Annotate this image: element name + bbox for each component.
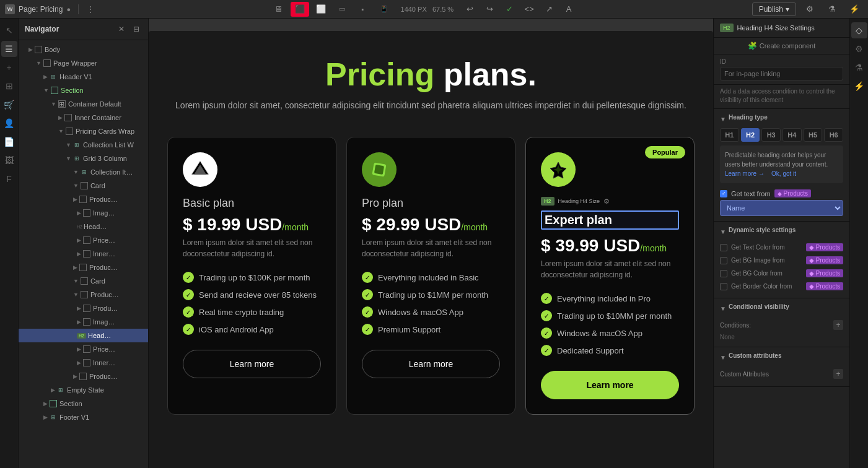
- pages-icon[interactable]: 📄: [1, 134, 17, 150]
- tree-item-produ-2[interactable]: ▶ Produ…: [19, 301, 148, 315]
- expand-nav-icon[interactable]: ⊟: [131, 24, 142, 35]
- h5-btn[interactable]: H5: [804, 128, 823, 142]
- device-tablet-landscape-btn[interactable]: ⬜: [312, 2, 330, 17]
- settings-gear-icon[interactable]: ⚙: [603, 197, 610, 206]
- tree-item-inner-container[interactable]: ▶ Inner Container: [19, 111, 148, 124]
- plan-icon-expert: [541, 152, 576, 187]
- close-nav-icon[interactable]: ✕: [116, 24, 127, 35]
- cms-icon[interactable]: ⊞: [1, 78, 17, 94]
- add-custom-attr-btn[interactable]: +: [833, 369, 843, 379]
- tree-item-collection-list[interactable]: ▼ ⊞ Collection List W: [19, 138, 148, 152]
- analytics-btn[interactable]: ⚗: [823, 2, 841, 17]
- name-select[interactable]: Name: [720, 200, 843, 216]
- share-btn[interactable]: ↗: [540, 2, 558, 17]
- learn-more-btn-expert[interactable]: Learn more: [541, 371, 679, 399]
- tree-item-inner-1[interactable]: ▶ Inner…: [19, 247, 148, 261]
- border-color-checkbox[interactable]: [720, 283, 727, 290]
- learn-more-btn-pro[interactable]: Learn more: [362, 350, 500, 378]
- lightning-btn[interactable]: ⚡: [846, 2, 863, 17]
- device-mobile-btn[interactable]: 📱: [375, 2, 393, 17]
- tree-item-card-2[interactable]: ▼ Card: [19, 274, 148, 288]
- code-btn[interactable]: <>: [520, 2, 538, 17]
- tree-item-footer[interactable]: ▶ ⊞ Footer V1: [19, 410, 148, 424]
- predict-learn-more[interactable]: Learn more →: [725, 170, 765, 177]
- more-options[interactable]: ⋮: [86, 4, 95, 14]
- tree-item-section[interactable]: ▼ Section: [19, 84, 148, 97]
- redo-btn[interactable]: ↪: [481, 2, 498, 17]
- check-icon: ✓: [183, 272, 194, 283]
- device-tablet-small-btn[interactable]: ▪: [354, 2, 372, 17]
- get-text-checkbox[interactable]: [720, 190, 727, 197]
- bg-color-checkbox[interactable]: [720, 270, 727, 277]
- custom-collapse-arrow[interactable]: ▼: [720, 354, 726, 361]
- heading-size-title: Heading H4 Size Settings: [737, 24, 815, 32]
- device-desktop-btn[interactable]: 🖥: [270, 2, 288, 17]
- puzzle-icon: 🧩: [748, 41, 757, 50]
- cond-collapse-arrow[interactable]: ▼: [720, 305, 726, 312]
- lightning-tool-icon[interactable]: ⚡: [851, 78, 867, 94]
- tree-item-header[interactable]: ▶ ⊞ Header V1: [19, 70, 148, 84]
- site-icon: W: [5, 4, 15, 14]
- check-icon: ✓: [183, 324, 194, 335]
- dynamic-collapse-arrow[interactable]: ▼: [720, 228, 726, 235]
- add-elements-icon[interactable]: +: [1, 59, 17, 76]
- tree-item-product-1b[interactable]: ▶ Produc…: [19, 261, 148, 274]
- tree-item-inner-2[interactable]: ▶ Inner…: [19, 356, 148, 370]
- tree-item-page-wrapper[interactable]: ▼ Page Wrapper: [19, 56, 148, 70]
- layers-icon[interactable]: ☰: [1, 41, 17, 57]
- device-monitor-btn[interactable]: ⬛: [291, 2, 309, 17]
- pointer-tool-icon[interactable]: ↖: [1, 22, 17, 38]
- publish-button[interactable]: Publish ▾: [752, 2, 796, 16]
- pricing-subtitle: Lorem ipsum dolor sit amet, consectetur …: [161, 99, 701, 112]
- tree-item-container[interactable]: ▼ ⊞ Container Default: [19, 97, 148, 111]
- ecommerce-icon[interactable]: 🛒: [1, 97, 17, 113]
- settings-btn[interactable]: ⚙: [801, 2, 818, 17]
- create-component-btn[interactable]: 🧩 Create component: [714, 38, 849, 54]
- tree-item-grid[interactable]: ▼ ⊞ Grid 3 Column: [19, 152, 148, 165]
- h6-btn[interactable]: H6: [824, 128, 843, 142]
- users-icon[interactable]: 👤: [1, 115, 17, 131]
- tree-item-price-2[interactable]: ▶ Price…: [19, 342, 148, 356]
- fonts-icon[interactable]: F: [1, 171, 17, 187]
- settings-tool-icon[interactable]: ⚙: [851, 41, 867, 57]
- tree-item-heading-1[interactable]: H2 Head…: [19, 220, 148, 233]
- expert-plan-name-box: Expert plan: [541, 210, 679, 230]
- collapse-arrow[interactable]: ▼: [720, 116, 726, 123]
- tree-item-image-1[interactable]: ▶ Imag…: [19, 206, 148, 220]
- tree-item-collection-it[interactable]: ▼ ⊞ Collection It…: [19, 165, 148, 179]
- undo-btn[interactable]: ↩: [461, 2, 478, 17]
- tree-item-image-2[interactable]: ▶ Imag…: [19, 315, 148, 329]
- h1-btn[interactable]: H1: [720, 128, 739, 142]
- device-tablet-btn[interactable]: ▭: [333, 2, 351, 17]
- navigator-panel: Navigator ✕ ⊟ ▶ Body ▼ Page Wrapper ▶ ⊞ …: [19, 19, 149, 468]
- tree-item-heading-2-selected[interactable]: H2 Head…: [19, 329, 148, 342]
- plan-price-expert: $ 39.99 USD/month: [541, 236, 679, 256]
- id-input[interactable]: [720, 67, 843, 80]
- h4-btn[interactable]: H4: [783, 128, 802, 142]
- box-icon: [83, 318, 90, 326]
- text-color-checkbox[interactable]: [720, 244, 727, 251]
- tree-item-price-1[interactable]: ▶ Price…: [19, 233, 148, 247]
- interactions-icon[interactable]: ⚗: [851, 59, 867, 76]
- tree-item-product-2b[interactable]: ▶ Produc…: [19, 370, 148, 383]
- bg-image-checkbox[interactable]: [720, 257, 727, 264]
- h3-btn[interactable]: H3: [761, 128, 781, 142]
- tree-item-pricing-wrap[interactable]: ▼ Pricing Cards Wrap: [19, 124, 148, 138]
- font-btn[interactable]: A: [560, 2, 577, 17]
- add-condition-btn[interactable]: +: [833, 320, 843, 330]
- assets-icon[interactable]: 🖼: [1, 152, 17, 168]
- tree-item-product-2[interactable]: ▼ Produc…: [19, 288, 148, 301]
- style-tool-icon[interactable]: ◇: [851, 22, 867, 38]
- box-icon: ⊞: [58, 100, 66, 108]
- box-icon: [83, 305, 90, 312]
- tree-item-section-2[interactable]: ▶ Section: [19, 397, 148, 410]
- predict-ok[interactable]: Ok, got it: [771, 170, 796, 177]
- feature-item: ✓Premium Support: [362, 324, 500, 335]
- learn-more-btn-basic[interactable]: Learn more: [183, 350, 321, 378]
- tree-item-product-1[interactable]: ▶ Produc…: [19, 193, 148, 206]
- id-label: ID: [720, 58, 843, 65]
- h2-btn[interactable]: H2: [741, 128, 760, 142]
- tree-item-empty-state[interactable]: ▶ ⊞ Empty State: [19, 383, 148, 397]
- tree-item-card-1[interactable]: ▼ Card: [19, 179, 148, 193]
- tree-item-body[interactable]: ▶ Body: [19, 43, 148, 56]
